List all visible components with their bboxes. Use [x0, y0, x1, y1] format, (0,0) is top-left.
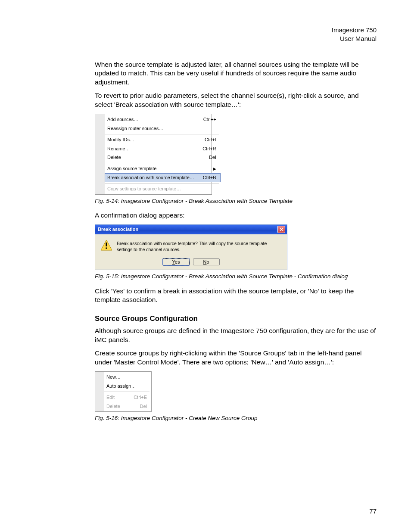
section-heading-source-groups: Source Groups Configuration	[95, 314, 377, 324]
paragraph: Create source groups by right-clicking w…	[95, 349, 377, 367]
menu-gutter	[95, 114, 105, 194]
figure-caption: Fig. 5-16: Imagestore Configurator - Cre…	[95, 414, 377, 422]
menu-separator	[105, 163, 219, 163]
menu-label: Auto assign…	[106, 383, 136, 389]
menu-label: Edit	[106, 394, 115, 401]
menu-item-rename[interactable]: Rename… Ctrl+R	[105, 144, 221, 153]
figure-caption: Fig. 5-15: Imagestore Configurator - Bre…	[95, 273, 377, 280]
warning-icon	[100, 240, 112, 251]
figure-caption: Fig. 5-14: Imagestore Configurator - Bre…	[95, 197, 377, 205]
menu-shortcut: Del	[140, 403, 147, 410]
menu-item-copy-settings: Copy settings to source template…	[105, 184, 221, 193]
header-rule	[34, 48, 377, 48]
doc-name: User Manual	[34, 34, 377, 43]
svg-rect-2	[106, 248, 107, 249]
page-number: 77	[369, 507, 377, 515]
menu-item-delete[interactable]: Delete Del	[105, 153, 221, 162]
menu-label: New…	[106, 374, 121, 380]
menu-shortcut: Del	[209, 154, 216, 161]
menu-label: Assign source template	[107, 165, 156, 172]
context-menu-break-association: Add sources… Ctrl++ Reassign router sour…	[95, 114, 212, 195]
paragraph: When the source template is adjusted lat…	[95, 60, 377, 87]
menu-item-add-sources[interactable]: Add sources… Ctrl++	[105, 115, 221, 124]
menu-shortcut: Ctrl+E	[134, 394, 147, 401]
menu-item-assign-source-template[interactable]: Assign source template ▶	[105, 164, 221, 173]
paragraph: Click 'Yes' to confirm a break in associ…	[95, 287, 377, 305]
menu-label: Break association with source template…	[107, 174, 194, 181]
button-label-rest: o	[206, 259, 209, 264]
paragraph: A confirmation dialog appears:	[95, 211, 377, 220]
paragraph: Although source groups are defined in th…	[95, 327, 377, 345]
menu-item-modify-ids[interactable]: Modify IDs… Ctrl+I	[105, 135, 221, 144]
paragraph: To revert to prior audio parameters, sel…	[95, 91, 377, 109]
menu-label: Reassign router sources…	[107, 125, 163, 132]
page-header: Imagestore 750 User Manual	[34, 26, 377, 44]
menu-separator	[105, 183, 219, 184]
close-icon[interactable]	[277, 226, 285, 233]
svg-rect-1	[106, 243, 107, 246]
menu-separator	[105, 134, 219, 134]
menu-shortcut: Ctrl+I	[205, 137, 216, 143]
menu-shortcut: Ctrl++	[203, 116, 216, 123]
menu-item-reassign-router-sources[interactable]: Reassign router sources…	[105, 124, 221, 133]
context-menu-source-groups: New… Auto assign… Edit Ctrl+E Delete Del	[95, 371, 152, 412]
dialog-titlebar[interactable]: Break association	[95, 225, 287, 234]
menu-label: Delete	[107, 154, 121, 161]
menu-item-delete: Delete Del	[104, 402, 151, 411]
menu-shortcut: Ctrl+B	[203, 174, 216, 181]
menu-item-new[interactable]: New…	[104, 373, 151, 382]
menu-gutter	[95, 372, 104, 411]
dialog-break-association: Break association Break association with…	[95, 224, 287, 270]
content-body: When the source template is adjusted lat…	[95, 60, 377, 423]
menu-label: Modify IDs…	[107, 137, 134, 143]
menu-shortcut: Ctrl+R	[202, 146, 216, 152]
menu-label: Add sources…	[107, 116, 138, 123]
menu-label: Delete	[106, 403, 120, 410]
submenu-arrow-icon: ▶	[213, 166, 216, 171]
yes-button[interactable]: Yes	[163, 258, 190, 265]
menu-item-break-association[interactable]: Break association with source template… …	[105, 173, 221, 182]
menu-label: Copy settings to source template…	[107, 186, 181, 192]
menu-label: Rename…	[107, 146, 130, 152]
menu-separator	[104, 392, 149, 392]
product-name: Imagestore 750	[34, 26, 377, 34]
dialog-title: Break association	[98, 226, 138, 233]
no-button[interactable]: No	[193, 258, 220, 265]
button-label-rest: es	[175, 259, 180, 264]
menu-item-edit: Edit Ctrl+E	[104, 393, 151, 402]
dialog-message: Break association with source template? …	[117, 240, 283, 252]
menu-item-auto-assign[interactable]: Auto assign…	[104, 382, 151, 391]
